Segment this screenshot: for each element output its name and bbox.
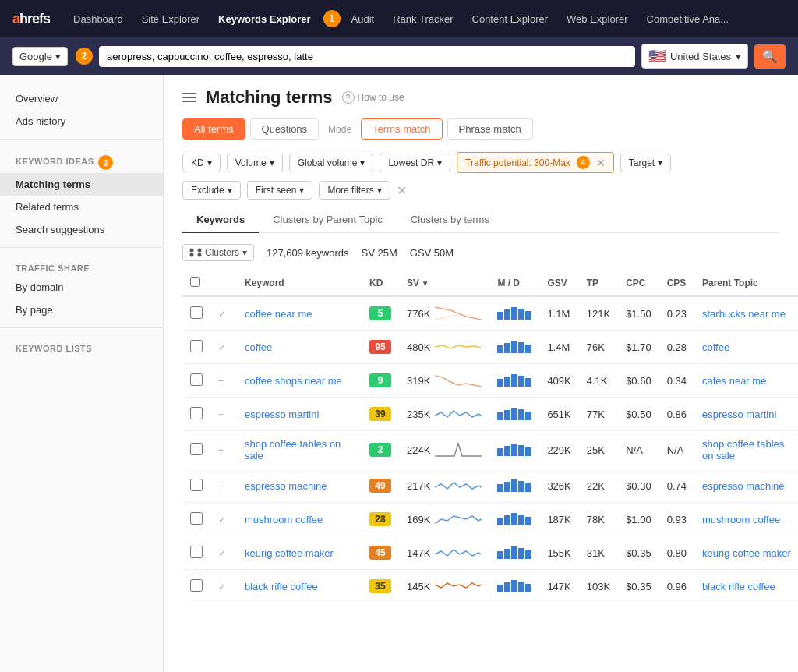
- sub-tab-keywords[interactable]: Keywords: [182, 207, 259, 233]
- select-all-checkbox[interactable]: [190, 277, 200, 287]
- keyword-link-7[interactable]: keurig coffee maker: [245, 547, 334, 559]
- sub-tab-clusters-parent-topic[interactable]: Clusters by Parent Topic: [259, 207, 397, 233]
- parent-topic-link-0[interactable]: starbucks near me: [702, 308, 786, 320]
- row-checkbox-2[interactable]: [190, 373, 203, 386]
- row-action-icon-2[interactable]: +: [218, 376, 224, 387]
- filter-volume[interactable]: Volume ▾: [227, 154, 283, 172]
- clusters-label: Clusters: [205, 247, 239, 258]
- nav-web-explorer[interactable]: Web Explorer: [559, 10, 636, 28]
- filter-kd[interactable]: KD ▾: [182, 154, 221, 172]
- chevron-down-icon-vol: ▾: [270, 157, 274, 168]
- clusters-button[interactable]: Clusters ▾: [182, 244, 254, 261]
- sub-tab-clusters-terms[interactable]: Clusters by terms: [397, 207, 503, 233]
- keyword-link-3[interactable]: espresso martini: [245, 409, 319, 420]
- row-action-icon-1[interactable]: ✓: [218, 342, 226, 353]
- keyword-link-0[interactable]: coffee near me: [245, 308, 312, 320]
- gsv-cell-5: 326K: [539, 469, 578, 503]
- nav-competitive-ana[interactable]: Competitive Ana...: [639, 10, 737, 28]
- sidebar-item-matching-terms[interactable]: Matching terms: [0, 173, 163, 196]
- tp-cell-4: 25K: [579, 431, 618, 469]
- sv-cell-7: 147K: [399, 536, 489, 570]
- th-kd[interactable]: KD: [362, 271, 399, 296]
- tab-terms-match[interactable]: Terms match: [361, 118, 442, 140]
- row-checkbox-5[interactable]: [190, 479, 203, 491]
- filter-traffic-potential[interactable]: Traffic potential: 300-Max 4 ✕: [457, 152, 614, 173]
- row-checkbox-8[interactable]: [190, 579, 203, 592]
- parent-topic-link-1[interactable]: coffee: [702, 341, 729, 353]
- nav-keywords-explorer[interactable]: Keywords Explorer: [210, 10, 319, 28]
- keyword-link-2[interactable]: coffee shops near me: [245, 375, 342, 387]
- kd-badge-6: 28: [369, 512, 391, 526]
- filter-exclude[interactable]: Exclude ▾: [182, 181, 241, 200]
- row-checkbox-6[interactable]: [190, 512, 203, 525]
- parent-topic-link-4[interactable]: shop coffee tables on sale: [702, 438, 784, 462]
- kd-badge-1: 95: [369, 340, 391, 354]
- sidebar-item-overview[interactable]: Overview: [0, 87, 163, 110]
- keyword-search-input[interactable]: [99, 46, 635, 67]
- search-button[interactable]: 🔍: [754, 44, 786, 69]
- filter-first-seen[interactable]: First seen ▾: [247, 181, 313, 200]
- th-cps: CPS: [659, 271, 694, 296]
- row-action-icon-7[interactable]: ✓: [218, 548, 226, 559]
- row-action-icon-8[interactable]: ✓: [218, 582, 226, 592]
- nav-content-explorer[interactable]: Content Explorer: [464, 10, 556, 28]
- row-action-icon-5[interactable]: +: [218, 481, 224, 492]
- logo[interactable]: ahrefs: [12, 11, 50, 27]
- chevron-down-icon-excl: ▾: [228, 185, 232, 196]
- sidebar-item-related-terms[interactable]: Related terms: [0, 196, 163, 218]
- row-checkbox-7[interactable]: [190, 546, 203, 558]
- nav-rank-tracker[interactable]: Rank Tracker: [385, 10, 461, 28]
- th-md: M / D: [489, 271, 539, 296]
- keyword-link-1[interactable]: coffee: [245, 341, 272, 353]
- row-checkbox-0[interactable]: [190, 306, 203, 319]
- sv-cell-0: 776K: [399, 296, 489, 331]
- row-checkbox-3[interactable]: [190, 407, 203, 419]
- row-checkbox-4[interactable]: [190, 443, 203, 455]
- table-row: + coffee shops near me 9 319K 409K 4.1K …: [182, 364, 798, 398]
- gsv-cell-8: 147K: [539, 570, 578, 603]
- th-sv[interactable]: SV: [399, 271, 489, 296]
- cps-cell-2: 0.34: [659, 364, 694, 398]
- chevron-down-icon-clusters: ▾: [242, 247, 247, 258]
- tab-phrase-match[interactable]: Phrase match: [447, 118, 533, 140]
- keyword-link-8[interactable]: black rifle coffee: [245, 581, 318, 592]
- keyword-link-6[interactable]: mushroom coffee: [245, 514, 323, 525]
- hamburger-icon[interactable]: [182, 90, 196, 104]
- sidebar-item-by-domain[interactable]: By domain: [0, 276, 163, 299]
- th-parent-topic: Parent Topic: [694, 271, 798, 296]
- row-action-icon-4[interactable]: +: [218, 445, 224, 456]
- row-checkbox-1[interactable]: [190, 340, 203, 352]
- main-layout: Overview Ads history Keyword ideas 3 Mat…: [0, 75, 798, 672]
- filter-tp-clear[interactable]: ✕: [596, 157, 606, 169]
- row-action-icon-3[interactable]: +: [218, 409, 224, 420]
- sidebar-item-by-page[interactable]: By page: [0, 299, 163, 321]
- chevron-down-icon-kd: ▾: [207, 157, 212, 168]
- row-action-icon-0[interactable]: ✓: [218, 309, 226, 320]
- parent-topic-link-8[interactable]: black rifle coffee: [702, 581, 775, 592]
- search-engine-selector[interactable]: Google ▾: [12, 47, 68, 66]
- keyword-link-4[interactable]: shop coffee tables on sale: [245, 438, 341, 462]
- nav-site-explorer[interactable]: Site Explorer: [134, 10, 207, 28]
- filter-more-filters[interactable]: More filters ▾: [319, 181, 390, 200]
- kd-badge-7: 45: [369, 546, 391, 560]
- sidebar-item-search-suggestions[interactable]: Search suggestions: [0, 218, 163, 241]
- parent-topic-link-6[interactable]: mushroom coffee: [702, 514, 780, 525]
- nav-dashboard[interactable]: Dashboard: [65, 10, 131, 28]
- nav-audit[interactable]: Audit: [344, 10, 383, 28]
- country-selector[interactable]: 🇺🇸 United States ▾: [641, 44, 748, 69]
- parent-topic-link-5[interactable]: espresso machine: [702, 480, 785, 492]
- tab-questions[interactable]: Questions: [250, 118, 320, 140]
- how-to-use-link[interactable]: ? How to use: [342, 91, 404, 104]
- row-action-icon-6[interactable]: ✓: [218, 515, 226, 525]
- sidebar-item-ads-history[interactable]: Ads history: [0, 110, 163, 133]
- filter-target[interactable]: Target ▾: [620, 154, 671, 172]
- filter-lowest-dr[interactable]: Lowest DR ▾: [380, 154, 450, 172]
- tab-all-terms[interactable]: All terms: [182, 118, 245, 140]
- parent-topic-link-7[interactable]: keurig coffee maker: [702, 547, 791, 559]
- filter-global-volume[interactable]: Global volume ▾: [289, 154, 374, 172]
- filter-clear-all[interactable]: ✕: [397, 183, 407, 198]
- tp-cell-8: 103K: [579, 570, 618, 603]
- parent-topic-link-2[interactable]: cafes near me: [702, 375, 766, 387]
- parent-topic-link-3[interactable]: espresso martini: [702, 409, 776, 420]
- keyword-link-5[interactable]: espresso machine: [245, 480, 327, 492]
